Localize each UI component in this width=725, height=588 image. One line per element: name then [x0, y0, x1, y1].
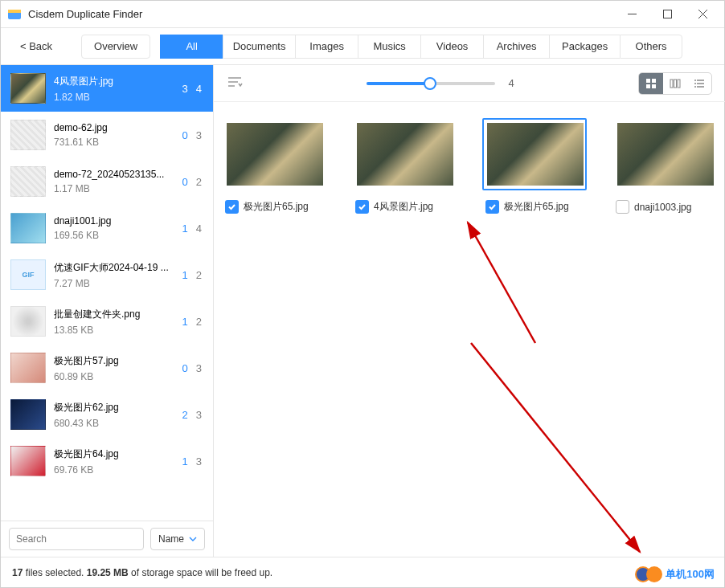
- watermark: 单机100网: [635, 566, 715, 582]
- list-item[interactable]: GIF优速GIF大师2024-04-19 ...7.27 MB12: [1, 251, 213, 298]
- statusbar: 17 files selected. 19.25 MB of storage s…: [1, 557, 724, 587]
- item-name: 极光图片62.jpg: [54, 401, 174, 414]
- list-item[interactable]: 极光图片62.jpg680.43 KB23: [1, 391, 213, 438]
- slider-value: 4: [508, 77, 514, 89]
- select-checkbox[interactable]: [616, 200, 629, 214]
- titlebar: Cisdem Duplicate Finder: [1, 1, 724, 28]
- thumbnail: [10, 73, 46, 104]
- tab-packages[interactable]: Packages: [549, 35, 620, 59]
- main-panel: 4 极光图片65.jpg4风景图片.jpg极光图片65.jpgdnaji1003…: [214, 65, 725, 557]
- main-toolbar: < Back Overview All Documents Images Mus…: [1, 28, 724, 65]
- item-counts: 13: [182, 455, 202, 468]
- item-name: 批量创建文件夹.png: [54, 308, 174, 321]
- item-size: 13.85 KB: [54, 325, 174, 336]
- svg-rect-3: [646, 79, 650, 83]
- thumbnail: [10, 213, 46, 243]
- select-checkbox[interactable]: [225, 200, 239, 214]
- item-counts: 23: [182, 409, 202, 421]
- sort-select[interactable]: Name: [150, 528, 205, 550]
- item-size: 7.27 MB: [54, 278, 174, 289]
- item-counts: 14: [182, 223, 202, 235]
- tab-images[interactable]: Images: [295, 35, 358, 59]
- item-name: demo-72_20240523135...: [54, 169, 174, 180]
- select-checkbox[interactable]: [485, 200, 499, 214]
- card-filename: 极光图片65.jpg: [504, 200, 569, 214]
- item-name: 优速GIF大师2024-04-19 ...: [54, 261, 174, 275]
- item-size: 169.56 KB: [54, 230, 174, 241]
- tab-archives[interactable]: Archives: [483, 35, 549, 59]
- card-filename: dnaji1003.jpg: [634, 202, 691, 213]
- item-counts: 03: [182, 129, 202, 141]
- item-name: 极光图片64.jpg: [54, 447, 174, 461]
- svg-rect-4: [652, 79, 656, 83]
- tab-documents[interactable]: Documents: [223, 35, 295, 59]
- thumbnail-size-slider[interactable]: [367, 82, 495, 85]
- thumbnail-card[interactable]: 4风景图片.jpg: [352, 118, 457, 214]
- thumbnail-card[interactable]: 极光图片65.jpg: [222, 118, 326, 214]
- card-filename: 极光图片65.jpg: [244, 200, 309, 214]
- annotation-arrow: [391, 206, 551, 351]
- item-counts: 12: [182, 316, 202, 328]
- item-counts: 12: [182, 269, 202, 281]
- item-size: 731.61 KB: [54, 137, 174, 148]
- view-grid-button[interactable]: [639, 73, 663, 94]
- item-name: 极光图片57.jpg: [54, 354, 174, 368]
- list-item[interactable]: dnaji1001.jpg169.56 KB14: [1, 205, 213, 251]
- item-size: 680.43 KB: [54, 418, 174, 429]
- svg-rect-2: [663, 10, 671, 18]
- item-counts: 03: [182, 362, 202, 374]
- thumbnail-card[interactable]: dnaji1003.jpg: [612, 118, 717, 214]
- tab-others[interactable]: Others: [620, 35, 682, 59]
- item-size: 60.89 KB: [54, 371, 174, 382]
- svg-rect-8: [674, 80, 677, 88]
- list-item[interactable]: 极光图片64.jpg69.76 KB13: [1, 438, 213, 484]
- thumbnail: [10, 120, 46, 150]
- view-columns-button[interactable]: [663, 73, 687, 94]
- select-checkbox[interactable]: [355, 200, 369, 214]
- list-item[interactable]: demo-72_20240523135...1.17 MB02: [1, 158, 213, 205]
- maximize-button[interactable]: [657, 4, 678, 25]
- thumbnail: GIF: [10, 259, 46, 290]
- status-size: 19.25 MB: [87, 567, 129, 578]
- view-list-button[interactable]: [687, 73, 711, 94]
- svg-rect-5: [646, 84, 650, 88]
- svg-point-11: [694, 83, 696, 84]
- app-icon: [7, 7, 22, 22]
- thumbnail: [10, 166, 46, 197]
- item-name: 4风景图片.jpg: [54, 75, 174, 88]
- tab-musics[interactable]: Musics: [358, 35, 420, 59]
- minimize-button[interactable]: [621, 4, 642, 25]
- card-image: [487, 123, 584, 186]
- list-item[interactable]: 批量创建文件夹.png13.85 KB12: [1, 298, 213, 345]
- svg-point-12: [694, 86, 696, 88]
- svg-rect-9: [678, 80, 680, 88]
- overview-button[interactable]: Overview: [81, 35, 150, 59]
- card-image: [357, 123, 453, 186]
- tab-all[interactable]: All: [160, 35, 223, 59]
- list-item[interactable]: 极光图片57.jpg60.89 KB03: [1, 345, 213, 391]
- card-image: [227, 123, 323, 186]
- card-filename: 4风景图片.jpg: [374, 200, 433, 214]
- sort-icon[interactable]: [227, 76, 243, 92]
- svg-rect-6: [652, 84, 656, 88]
- card-image: [617, 123, 714, 186]
- annotation-arrow: [447, 327, 656, 568]
- item-name: dnaji1001.jpg: [54, 215, 174, 227]
- thumbnail-grid: 极光图片65.jpg4风景图片.jpg极光图片65.jpgdnaji1003.j…: [214, 102, 725, 230]
- close-button[interactable]: [692, 4, 713, 25]
- tab-videos[interactable]: Videos: [420, 35, 483, 59]
- thumbnail: [10, 446, 46, 476]
- item-size: 1.82 MB: [54, 92, 174, 103]
- chevron-down-icon: [189, 537, 197, 541]
- status-count: 17: [12, 567, 23, 578]
- svg-rect-1: [8, 10, 21, 13]
- list-item[interactable]: demo-62.jpg731.61 KB03: [1, 112, 213, 158]
- duplicate-group-list[interactable]: 4风景图片.jpg1.82 MB34demo-62.jpg731.61 KB03…: [1, 65, 213, 521]
- search-input[interactable]: [9, 528, 144, 550]
- thumbnail: [10, 399, 46, 430]
- back-button[interactable]: < Back: [10, 35, 62, 57]
- list-item[interactable]: 4风景图片.jpg1.82 MB34: [1, 65, 213, 112]
- sidebar: 4风景图片.jpg1.82 MB34demo-62.jpg731.61 KB03…: [1, 65, 214, 557]
- thumbnail-card[interactable]: 极光图片65.jpg: [482, 118, 587, 214]
- item-name: demo-62.jpg: [54, 122, 174, 133]
